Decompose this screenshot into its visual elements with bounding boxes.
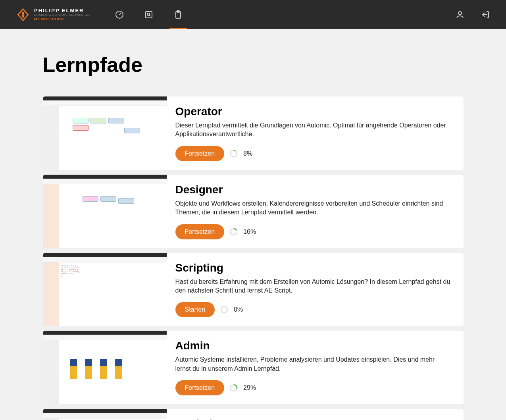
progress-label: 29% [243,384,256,391]
svg-point-11 [221,306,227,313]
card-title: Operator [175,105,452,118]
learning-path-card[interactable]: Admin Automic Systeme installieren, Prob… [43,331,464,404]
learning-path-list: Operator Dieser Lernpfad vermittelt die … [43,96,464,420]
svg-point-6 [458,12,462,15]
top-header: PHILIPP ELMER ENABLING AUTOMIC KNOWLEDGE… [0,0,506,29]
brand-membership: MEMBERSHIP [34,17,91,21]
progress-ring-icon [230,150,238,158]
gauge-icon [115,10,124,19]
progress-ring-icon [230,228,238,236]
brand-logo[interactable]: PHILIPP ELMER ENABLING AUTOMIC KNOWLEDGE… [16,8,91,22]
continue-button[interactable]: Fortsetzen [175,224,225,239]
progress-label: 0% [234,306,243,313]
main-content: Lernpfade Operator Dieser Lernpfad vermi… [43,29,464,420]
card-description: Hast du bereits Erfahrung mit dem Erstel… [175,277,452,295]
learning-path-card[interactable]: Analytics [43,409,464,420]
svg-rect-0 [22,12,24,17]
card-thumbnail [43,331,167,404]
card-title: Designer [175,183,452,196]
card-title: Scripting [175,262,452,274]
clipboard-icon [173,10,183,19]
progress-ring-icon [230,384,238,392]
card-description: Objekte und Workflows erstellen, Kalende… [175,199,452,217]
svg-point-7 [231,150,237,157]
card-thumbnail [43,96,167,170]
nav-search[interactable] [144,10,154,19]
logo-icon [16,8,30,22]
progress-label: 16% [243,228,256,235]
progress-label: 8% [243,150,252,157]
user-icon [455,10,465,19]
page-title: Lernpfade [43,53,464,77]
progress-ring-icon [220,306,228,314]
start-button[interactable]: Starten [175,302,215,317]
card-thumbnail: function run() { // comment line here va… [43,253,167,326]
main-nav [115,10,183,19]
card-thumbnail [43,409,167,420]
card-title: Admin [175,339,452,352]
card-description: Automic Systeme installieren, Probleme a… [175,355,452,373]
learning-path-card[interactable]: Designer Objekte und Workflows erstellen… [43,175,464,248]
logout-icon [481,10,490,19]
brand-tagline: ENABLING AUTOMIC KNOWLEDGE [34,13,91,17]
card-thumbnail [43,175,167,248]
card-title: Analytics [175,418,452,420]
learning-path-card[interactable]: Operator Dieser Lernpfad vermittelt die … [43,96,464,170]
search-page-icon [144,10,154,19]
continue-button[interactable]: Fortsetzen [175,146,225,161]
learning-path-card[interactable]: function run() { // comment line here va… [43,253,464,326]
user-menu[interactable] [455,10,465,19]
brand-name: PHILIPP ELMER [34,8,91,13]
nav-learning-paths[interactable] [173,10,183,19]
logout-button[interactable] [481,10,490,19]
header-right [455,10,490,19]
card-description: Dieser Lernpfad vermittelt die Grundlage… [175,121,452,139]
nav-dashboard[interactable] [115,10,124,19]
continue-button[interactable]: Fortsetzen [175,380,225,395]
svg-point-3 [147,13,150,15]
svg-rect-2 [146,12,152,18]
